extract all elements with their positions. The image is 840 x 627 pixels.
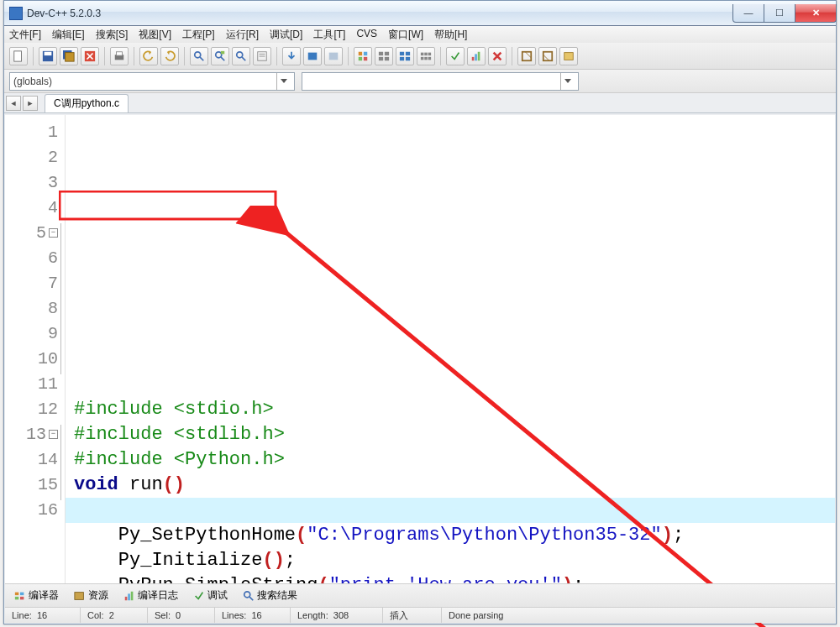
bottom-tab[interactable]: 搜索结果 bbox=[237, 585, 303, 606]
gutter-line: 16 bbox=[5, 498, 58, 523]
toolbar bbox=[4, 43, 836, 70]
svg-line-55 bbox=[249, 596, 253, 599]
bottom-tab-label: 资源 bbox=[88, 588, 108, 603]
menu-item[interactable]: 搜索[S] bbox=[96, 28, 129, 41]
svg-rect-19 bbox=[329, 52, 339, 60]
code-line[interactable]: Py_Initialize(); bbox=[74, 548, 835, 573]
code-line[interactable]: void run() bbox=[74, 473, 835, 498]
debug-button[interactable] bbox=[446, 47, 465, 65]
bottom-tab[interactable]: 编译器 bbox=[8, 585, 65, 606]
code-editor[interactable]: 12345−678910111213−141516 #include <stdi… bbox=[5, 115, 835, 583]
code-line[interactable]: #include <stdlib.h> bbox=[74, 422, 835, 447]
svg-rect-2 bbox=[45, 51, 52, 55]
document-tabstrip: ◄ ► C调用python.c bbox=[4, 93, 836, 113]
redo-button[interactable] bbox=[160, 47, 179, 65]
status-sel-value: 0 bbox=[176, 610, 181, 620]
menu-item[interactable]: 运行[R] bbox=[226, 28, 259, 41]
status-col-label: Col: bbox=[87, 610, 104, 620]
menu-item[interactable]: 窗口[W] bbox=[388, 28, 423, 41]
menu-item[interactable]: 工程[P] bbox=[182, 28, 215, 41]
svg-rect-24 bbox=[379, 51, 383, 55]
compile-run-button[interactable] bbox=[396, 47, 414, 65]
svg-point-54 bbox=[244, 591, 250, 597]
menu-item[interactable]: 工具[T] bbox=[313, 28, 345, 41]
title-bar: Dev-C++ 5.2.0.3 — ☐ ✕ bbox=[4, 1, 836, 26]
replace-button[interactable] bbox=[211, 47, 229, 65]
tab-source-file[interactable]: C调用python.c bbox=[45, 94, 129, 112]
svg-rect-34 bbox=[428, 52, 432, 55]
svg-rect-22 bbox=[359, 56, 362, 60]
menu-item[interactable]: 调试[D] bbox=[270, 28, 302, 41]
gutter-line: 9 bbox=[5, 321, 58, 347]
svg-rect-37 bbox=[428, 56, 432, 60]
gutter-line: 12 bbox=[5, 397, 58, 422]
svg-rect-44 bbox=[60, 191, 276, 219]
goto-line-button[interactable] bbox=[253, 47, 271, 65]
chevron-down-icon bbox=[276, 73, 291, 90]
gutter-line: 4 bbox=[5, 196, 58, 221]
separator bbox=[440, 47, 441, 65]
code-line[interactable]: Py_SetPythonHome("C:\Programs\Python\Pyt… bbox=[74, 523, 835, 548]
svg-rect-27 bbox=[385, 56, 389, 60]
code-pane[interactable]: #include <stdio.h>#include <stdlib.h>#in… bbox=[66, 115, 835, 583]
window-maximize-button[interactable]: ☐ bbox=[764, 4, 795, 23]
code-line[interactable]: return; bbox=[74, 624, 835, 627]
bottom-tab-label: 搜索结果 bbox=[257, 588, 297, 603]
undo-button[interactable] bbox=[139, 47, 158, 65]
find-next-button[interactable] bbox=[232, 47, 250, 65]
step-into-button[interactable] bbox=[282, 47, 301, 65]
close-file-button[interactable] bbox=[81, 47, 99, 65]
step-over-button[interactable] bbox=[303, 47, 322, 65]
svg-rect-52 bbox=[128, 593, 130, 600]
svg-rect-33 bbox=[424, 52, 428, 55]
open-project-button[interactable] bbox=[538, 47, 557, 65]
new-project-button[interactable] bbox=[517, 47, 536, 65]
svg-rect-31 bbox=[406, 56, 410, 60]
svg-rect-50 bbox=[75, 592, 84, 599]
gutter-line: 15 bbox=[5, 473, 58, 498]
menu-item[interactable]: 视图[V] bbox=[139, 28, 171, 41]
window-close-button[interactable]: ✕ bbox=[795, 4, 837, 23]
bottom-tab[interactable]: 调试 bbox=[187, 585, 234, 606]
window-minimize-button[interactable]: — bbox=[732, 4, 764, 23]
svg-rect-26 bbox=[379, 56, 383, 60]
tab-scroll-left-button[interactable]: ◄ bbox=[6, 96, 21, 111]
profile-button[interactable] bbox=[467, 47, 486, 65]
gutter-line: 1 bbox=[5, 120, 58, 145]
rebuild-button[interactable] bbox=[417, 47, 435, 65]
bottom-tab[interactable]: 编译日志 bbox=[118, 585, 184, 606]
new-file-button[interactable] bbox=[9, 47, 28, 65]
step-out-button[interactable] bbox=[324, 47, 343, 65]
menu-item[interactable]: CVS bbox=[356, 28, 377, 41]
compile-button[interactable] bbox=[354, 47, 372, 65]
bottom-tab[interactable]: 资源 bbox=[68, 585, 114, 606]
background-tabs bbox=[126, 8, 732, 19]
run-button[interactable] bbox=[375, 47, 393, 65]
svg-point-13 bbox=[237, 51, 243, 57]
find-button[interactable] bbox=[190, 47, 208, 65]
svg-rect-28 bbox=[400, 51, 404, 55]
save-all-button[interactable] bbox=[60, 47, 78, 65]
bottom-tab-label: 调试 bbox=[207, 588, 228, 603]
project-options-button[interactable] bbox=[559, 47, 578, 65]
menu-item[interactable]: 帮助[H] bbox=[434, 28, 467, 41]
menu-item[interactable]: 编辑[E] bbox=[52, 28, 85, 41]
tab-scroll-right-button[interactable]: ► bbox=[23, 96, 38, 111]
remove-button[interactable] bbox=[488, 47, 507, 65]
member-combo[interactable] bbox=[302, 72, 579, 91]
svg-rect-51 bbox=[125, 596, 128, 599]
bottom-tab-label: 编译日志 bbox=[138, 588, 178, 603]
save-button[interactable] bbox=[39, 47, 57, 65]
menu-item[interactable]: 文件[F] bbox=[9, 28, 41, 41]
svg-rect-29 bbox=[406, 51, 410, 55]
scope-combo[interactable]: (globals) bbox=[9, 72, 295, 91]
svg-rect-35 bbox=[421, 56, 424, 60]
svg-rect-20 bbox=[359, 51, 362, 55]
svg-line-11 bbox=[221, 56, 224, 60]
code-line[interactable]: #include <stdio.h> bbox=[74, 397, 835, 422]
status-lines-value: 16 bbox=[251, 610, 261, 620]
scope-combo-value: (globals) bbox=[13, 76, 52, 87]
code-line[interactable]: #include <Python.h> bbox=[74, 447, 835, 473]
print-button[interactable] bbox=[110, 47, 129, 65]
status-parse: Done parsing bbox=[449, 610, 503, 620]
